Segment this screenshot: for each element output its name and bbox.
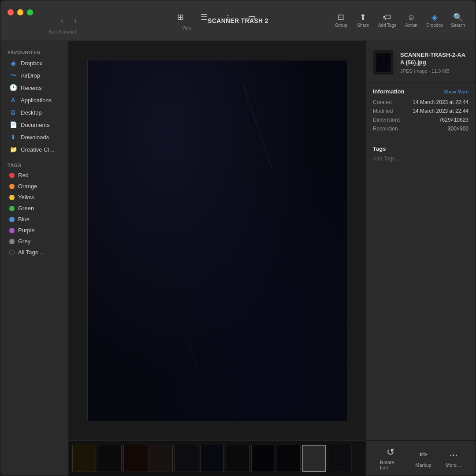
modified-row: Modified 14 March 2023 at 22:44: [373, 108, 469, 114]
tags-section: Tags Add Tags…: [366, 140, 476, 167]
file-thumb-image: [376, 53, 391, 72]
main-area: Favourites ◈ Dropbox 〜 AirDrop 🕐 Recents…: [0, 41, 476, 476]
sidebar-item-desktop-label: Desktop: [21, 109, 42, 116]
sidebar-item-recents[interactable]: 🕐 Recents: [2, 82, 67, 94]
info-panel: SCANNER-TRASH-2-AAA (56).jpg JPEG image …: [365, 41, 476, 476]
maximize-button[interactable]: [27, 9, 33, 15]
sidebar-item-all-tags[interactable]: All Tags…: [2, 247, 67, 258]
group-button[interactable]: ⊡ Group: [331, 11, 352, 30]
all-tags-dot: [9, 250, 15, 255]
markup-icon: ✏: [420, 449, 428, 461]
add-tags-button[interactable]: 🏷 Add Tags: [375, 11, 400, 30]
back-forward-label: Back/Forward: [49, 30, 76, 34]
minimize-button[interactable]: [17, 9, 23, 15]
sidebar-item-creative-cloud[interactable]: 📁 Creative Cl…: [2, 143, 67, 156]
svg-point-9: [123, 271, 123, 272]
action-icon: ☺: [407, 13, 415, 21]
filmstrip-thumb-8[interactable]: [251, 445, 275, 472]
view-label: View: [182, 26, 192, 30]
svg-point-7: [316, 333, 317, 334]
window-title: SCANNER TRASH 2: [208, 17, 268, 24]
filmstrip-thumb-9[interactable]: [277, 445, 301, 472]
window-title-area: SCANNER TRASH 2: [208, 17, 268, 24]
sidebar-item-desktop[interactable]: 🖥 Desktop: [2, 106, 67, 119]
svg-point-6: [285, 139, 286, 141]
sidebar-item-creative-cloud-label: Creative Cl…: [21, 146, 55, 153]
add-tags-label: Add Tags: [378, 23, 397, 28]
info-panel-bottom-bar: ↺ Rotate Left ✏ Markup ··· More…: [366, 440, 476, 476]
sidebar-item-downloads-label: Downloads: [21, 134, 49, 141]
sidebar-item-applications[interactable]: A Applications: [2, 94, 67, 106]
search-label: Search: [451, 23, 465, 28]
sidebar-item-orange[interactable]: Orange: [2, 181, 67, 192]
svg-line-3: [180, 325, 202, 378]
finder-window: ‹ › Back/Forward SCANNER TRASH 2 ⊞ ☰ ⫶ ▭: [0, 0, 476, 476]
sidebar-item-purple[interactable]: Purple: [2, 225, 67, 236]
info-panel-spacer: [366, 167, 476, 440]
group-label: Group: [335, 23, 347, 28]
filmstrip-thumb-4[interactable]: [149, 445, 173, 472]
sidebar-item-dropbox[interactable]: ◈ Dropbox: [2, 57, 67, 69]
file-info-text: SCANNER-TRASH-2-AAA (56).jpg JPEG image …: [400, 52, 469, 74]
sidebar-item-blue-label: Blue: [18, 216, 30, 223]
dropbox-sidebar-icon: ◈: [9, 59, 17, 67]
sidebar-item-green[interactable]: Green: [2, 203, 67, 214]
information-section: Information Show More Created 14 March 2…: [366, 83, 476, 140]
rotate-left-icon: ↺: [387, 446, 394, 458]
orange-tag-dot: [9, 184, 15, 189]
created-value: 14 March 2023 at 22:44: [413, 99, 469, 105]
filmstrip-thumb-3[interactable]: [123, 445, 147, 472]
add-tags-input[interactable]: Add Tags…: [373, 156, 469, 162]
file-name: SCANNER-TRASH-2-AAA (56).jpg: [400, 52, 469, 67]
svg-point-5: [167, 201, 167, 202]
rotate-left-button[interactable]: ↺ Rotate Left: [373, 443, 408, 474]
filmstrip-thumb-7[interactable]: [226, 445, 249, 472]
filmstrip-thumb-6[interactable]: [200, 445, 224, 472]
content-area: [69, 41, 365, 476]
close-button[interactable]: [7, 9, 14, 15]
svg-point-8: [219, 390, 220, 391]
show-more-button[interactable]: Show More: [444, 89, 469, 94]
file-type-size: JPEG image · 11.3 MB: [400, 68, 469, 74]
favourites-section-label: Favourites: [0, 46, 68, 57]
filmstrip-thumb-11[interactable]: [328, 445, 352, 472]
sidebar-item-dropbox-label: Dropbox: [21, 60, 42, 67]
dimensions-value: 7629×10623: [439, 117, 469, 123]
yellow-tag-dot: [9, 195, 15, 200]
sidebar-item-airdrop[interactable]: 〜 AirDrop: [2, 69, 67, 82]
airdrop-sidebar-icon: 〜: [9, 71, 17, 79]
created-row: Created 14 March 2023 at 22:44: [373, 99, 469, 105]
filmstrip-thumb-1[interactable]: [72, 445, 96, 472]
forward-button[interactable]: ›: [69, 15, 82, 27]
sidebar-item-red[interactable]: Red: [2, 170, 67, 181]
share-button[interactable]: ⬆ Share: [353, 11, 374, 30]
sidebar-item-grey-label: Grey: [18, 238, 30, 245]
markup-button[interactable]: ✏ Markup: [408, 446, 439, 471]
image-viewer[interactable]: [69, 41, 365, 440]
markup-label: Markup: [415, 462, 431, 468]
sidebar-item-yellow[interactable]: Yellow: [2, 192, 67, 203]
file-thumbnail: [373, 50, 394, 75]
filmstrip-thumb-2[interactable]: [98, 445, 122, 472]
view-icon-grid[interactable]: ⊞: [170, 11, 191, 24]
recents-sidebar-icon: 🕐: [9, 84, 17, 92]
information-header: Information Show More: [373, 88, 469, 95]
sidebar-item-purple-label: Purple: [18, 227, 35, 234]
filmstrip-thumb-5[interactable]: [175, 445, 198, 472]
back-button[interactable]: ‹: [56, 15, 68, 27]
action-button[interactable]: ☺ Action: [401, 11, 422, 30]
svg-point-10: [325, 227, 326, 229]
sidebar-item-downloads[interactable]: ⬇ Downloads: [2, 131, 67, 143]
dimensions-row: Dimensions 7629×10623: [373, 117, 469, 123]
sidebar-item-documents[interactable]: 📄 Documents: [2, 119, 67, 131]
svg-rect-0: [88, 60, 347, 421]
sidebar-item-grey[interactable]: Grey: [2, 236, 67, 247]
dropbox-button[interactable]: ◈ Dropbox: [423, 11, 446, 30]
share-label: Share: [357, 23, 369, 28]
more-button[interactable]: ··· More…: [439, 446, 469, 471]
resolution-value: 300×300: [448, 126, 469, 132]
filmstrip-thumb-active[interactable]: [302, 445, 326, 472]
search-button[interactable]: 🔍 Search: [447, 11, 469, 30]
filmstrip[interactable]: [69, 440, 365, 476]
sidebar-item-blue[interactable]: Blue: [2, 214, 67, 225]
